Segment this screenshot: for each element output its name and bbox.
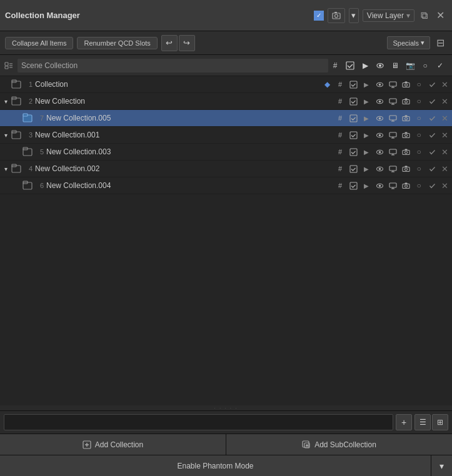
expand-toggle-2[interactable]: ▾ bbox=[1, 97, 10, 106]
action-6-row-4[interactable]: ○ bbox=[413, 162, 425, 175]
collection-row-5[interactable]: 5New Collection.003#▶○✕ bbox=[0, 144, 452, 161]
viewport-icon[interactable]: 🖥 bbox=[388, 59, 402, 72]
collection-row-4[interactable]: ▾ 4New Collection.002#▶○✕ bbox=[0, 161, 452, 177]
close-panel-btn[interactable]: ✕ bbox=[434, 8, 447, 22]
collection-row-1[interactable]: 1Collection◆#▶○✕ bbox=[0, 76, 452, 93]
action-5-row-3[interactable] bbox=[399, 129, 412, 141]
renumber-qcd-btn[interactable]: Renumber QCD Slots bbox=[77, 37, 157, 49]
action-5-row-5[interactable] bbox=[399, 146, 412, 158]
action-5-row-2[interactable] bbox=[399, 95, 412, 107]
delete-collection-1[interactable]: ✕ bbox=[438, 78, 451, 91]
action-1-row-3[interactable] bbox=[347, 129, 359, 141]
action-2-row-4[interactable]: ▶ bbox=[360, 162, 373, 175]
visibility-icon[interactable] bbox=[373, 59, 387, 72]
filter-btn[interactable]: ⊟ bbox=[434, 36, 447, 50]
action-2-row-5[interactable]: ▶ bbox=[360, 146, 373, 158]
action-0-row-5[interactable]: # bbox=[334, 146, 346, 158]
action-7-row-2[interactable] bbox=[426, 95, 438, 107]
action-0-row-7[interactable]: # bbox=[334, 112, 346, 124]
list-view-btn[interactable]: ☰ bbox=[414, 414, 431, 430]
grid-view-btn[interactable]: ⊞ bbox=[432, 414, 448, 430]
action-4-row-6[interactable] bbox=[386, 179, 399, 192]
collection-row-3[interactable]: ▾ 3New Collection.001#▶○✕ bbox=[0, 127, 452, 144]
action-2-row-2[interactable]: ▶ bbox=[360, 95, 373, 107]
action-3-row-1[interactable] bbox=[373, 78, 386, 91]
action-6-row-3[interactable]: ○ bbox=[413, 129, 425, 141]
delete-collection-3[interactable]: ✕ bbox=[438, 129, 451, 141]
action-7-row-5[interactable] bbox=[426, 146, 438, 158]
indirect-icon[interactable]: ○ bbox=[418, 59, 432, 72]
action-2-row-3[interactable]: ▶ bbox=[360, 129, 373, 141]
search-add-btn[interactable]: + bbox=[396, 414, 412, 430]
action-0-row-1[interactable]: # bbox=[334, 78, 346, 91]
action-3-row-4[interactable] bbox=[373, 162, 386, 175]
action-4-row-3[interactable] bbox=[386, 129, 399, 141]
action-5-row-6[interactable] bbox=[399, 179, 412, 192]
action-7-row-6[interactable] bbox=[426, 179, 438, 192]
add-collection-btn[interactable]: Add Collection bbox=[0, 434, 226, 455]
view-mode-btn[interactable] bbox=[328, 8, 345, 23]
action-5-row-7[interactable] bbox=[399, 112, 412, 124]
action-1-row-4[interactable] bbox=[347, 162, 359, 175]
action-0-row-3[interactable]: # bbox=[334, 129, 346, 141]
enable-phantom-btn[interactable]: Enable Phantom Mode bbox=[0, 455, 431, 476]
action-6-row-6[interactable]: ○ bbox=[413, 179, 425, 192]
phantom-check-btn[interactable]: ▾ bbox=[431, 455, 452, 476]
view-mode-arrow-btn[interactable]: ▾ bbox=[349, 8, 359, 23]
action-4-row-4[interactable] bbox=[386, 162, 399, 175]
action-4-row-1[interactable] bbox=[386, 78, 399, 91]
header-checkbox[interactable]: ✓ bbox=[314, 11, 324, 21]
delete-collection-4[interactable]: ✕ bbox=[438, 162, 451, 175]
action-3-row-7[interactable] bbox=[373, 112, 386, 124]
render-icon[interactable]: 📷 bbox=[403, 59, 417, 72]
action-3-row-2[interactable] bbox=[373, 95, 386, 107]
action-1-row-6[interactable] bbox=[347, 179, 359, 192]
redo-btn[interactable]: ↪ bbox=[179, 35, 195, 51]
collapse-all-btn[interactable]: Collapse All Items bbox=[5, 37, 73, 49]
action-5-row-1[interactable] bbox=[399, 78, 412, 91]
action-2-row-6[interactable]: ▶ bbox=[360, 179, 373, 192]
view-layer-selector[interactable]: View Layer ▾ bbox=[363, 9, 414, 22]
action-3-row-3[interactable] bbox=[373, 129, 386, 141]
collection-row-6[interactable]: 6New Collection.004#▶○✕ bbox=[0, 177, 452, 194]
action-3-row-6[interactable] bbox=[373, 179, 386, 192]
action-6-row-7[interactable]: ○ bbox=[413, 112, 425, 124]
action-6-row-2[interactable]: ○ bbox=[413, 95, 425, 107]
search-input[interactable] bbox=[4, 414, 393, 430]
action-7-row-4[interactable] bbox=[426, 162, 438, 175]
action-0-row-4[interactable]: # bbox=[334, 162, 346, 175]
action-7-row-3[interactable] bbox=[426, 129, 438, 141]
action-3-row-5[interactable] bbox=[373, 146, 386, 158]
action-6-row-5[interactable]: ○ bbox=[413, 146, 425, 158]
motion-blur-icon[interactable]: ✓ bbox=[433, 59, 447, 72]
action-0-row-2[interactable]: # bbox=[334, 95, 346, 107]
holdout-icon[interactable]: ▶ bbox=[358, 59, 372, 72]
action-6-row-1[interactable]: ○ bbox=[413, 78, 425, 91]
resize-handle[interactable]: · · · · · bbox=[0, 405, 452, 410]
action-1-row-2[interactable] bbox=[347, 95, 359, 107]
expand-toggle-4[interactable]: ▾ bbox=[1, 164, 10, 173]
action-1-row-7[interactable] bbox=[347, 112, 359, 124]
delete-collection-6[interactable]: ✕ bbox=[438, 179, 451, 192]
add-subcollection-btn[interactable]: Add SubCollection bbox=[226, 434, 452, 455]
exclude-icon[interactable] bbox=[343, 59, 357, 72]
action-7-row-7[interactable] bbox=[426, 112, 438, 124]
active-marker-1[interactable]: ◆ bbox=[320, 77, 334, 91]
action-5-row-4[interactable] bbox=[399, 162, 412, 175]
action-4-row-2[interactable] bbox=[386, 95, 399, 107]
action-7-row-1[interactable] bbox=[426, 78, 438, 91]
action-2-row-7[interactable]: ▶ bbox=[360, 112, 373, 124]
action-4-row-5[interactable] bbox=[386, 146, 399, 158]
delete-collection-2[interactable]: ✕ bbox=[438, 95, 451, 107]
action-1-row-1[interactable] bbox=[347, 78, 359, 91]
action-0-row-6[interactable]: # bbox=[334, 179, 346, 192]
delete-collection-7[interactable]: ✕ bbox=[438, 112, 451, 124]
copy-panel-btn[interactable]: ⧉ bbox=[418, 9, 430, 22]
action-2-row-1[interactable]: ▶ bbox=[360, 78, 373, 91]
scene-collection-name-input[interactable] bbox=[18, 59, 328, 72]
qcd-icon[interactable]: # bbox=[328, 59, 342, 72]
undo-btn[interactable]: ↩ bbox=[161, 35, 178, 51]
action-1-row-5[interactable] bbox=[347, 146, 359, 158]
specials-menu-btn[interactable]: Specials ▾ bbox=[387, 36, 430, 49]
delete-collection-5[interactable]: ✕ bbox=[438, 146, 451, 158]
